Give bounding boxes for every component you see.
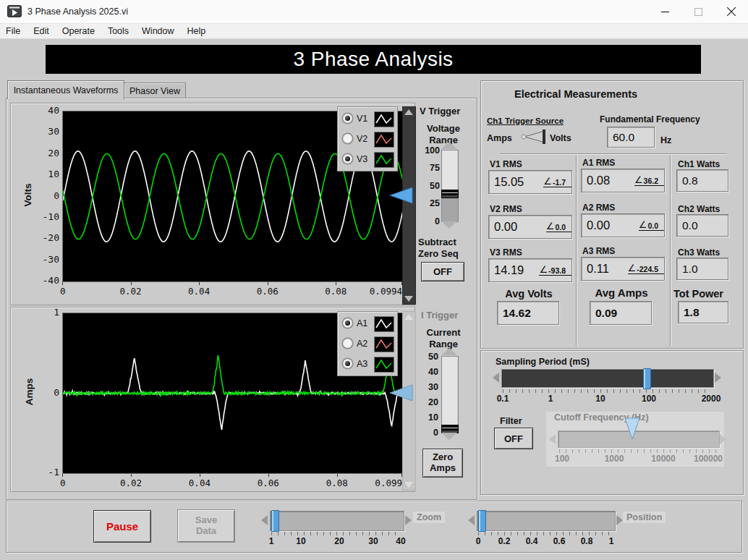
i-trigger-level-arrow[interactable] (388, 383, 414, 403)
legend-row-a2: A2 (338, 334, 397, 353)
position-handle[interactable] (478, 510, 486, 532)
a3-rms-value: 0.11 (582, 262, 609, 276)
legend-radio-v2[interactable] (343, 134, 352, 143)
v1-rms-display: 15.05 ∠-1.7 (488, 170, 572, 194)
ch1-trigger-source-label: Ch1 Trigger Source (487, 116, 564, 125)
menu-help[interactable]: Help (181, 25, 213, 38)
v1-rms-label: V1 RMS (490, 159, 522, 169)
legend-row-a1: A1 (338, 314, 397, 333)
scroll-up-icon[interactable] (404, 314, 413, 320)
v3-line-icon[interactable] (374, 152, 394, 168)
scale-75: 75 (430, 163, 440, 173)
a1-line-icon[interactable] (374, 316, 394, 332)
a2-rms-value: 0.00 (582, 219, 610, 232)
position-tick-1: 1 (609, 536, 614, 546)
volts-legend: V1 V2 V3 (337, 106, 398, 171)
v3-rms-label: V3 RMS (490, 247, 522, 258)
scale-25: 25 (430, 198, 440, 208)
ch1-watts-value: 0.8 (677, 174, 698, 187)
sampling-tick-0.1: 0.1 (497, 394, 509, 404)
a1-rms-label: A1 RMS (582, 158, 615, 168)
zoom-increment-icon[interactable] (405, 515, 412, 525)
zoom-decrement-icon[interactable] (261, 515, 268, 525)
a2-line-icon[interactable] (374, 336, 394, 352)
volts-graph-scrollbar[interactable] (402, 106, 416, 305)
volts-y-ticks: 403020100-10-20-30-40 (27, 111, 59, 281)
scroll-down-icon[interactable] (404, 482, 413, 488)
measurements-title: Electrical Measurements (496, 88, 656, 100)
legend-radio-v1[interactable] (343, 114, 352, 123)
v-trigger-level-arrow[interactable] (388, 185, 414, 205)
x-tick-mark (268, 474, 269, 477)
sampling-period-slider[interactable] (501, 369, 714, 388)
voltage-range-decrement[interactable] (441, 221, 457, 229)
zero-amps-button[interactable]: Zero Amps (422, 449, 463, 478)
v2-line-icon[interactable] (374, 132, 394, 148)
position-increment-icon[interactable] (616, 515, 623, 525)
legend-label-a1: A1 (357, 318, 367, 328)
legend-radio-v3[interactable] (343, 154, 352, 164)
maximize-button[interactable] (681, 0, 715, 23)
legend-radio-a3[interactable] (343, 359, 352, 368)
position-tick-0.2: 0.2 (498, 536, 511, 546)
scroll-down-icon[interactable] (404, 296, 413, 302)
legend-label-v2: V2 (357, 134, 367, 144)
legend-radio-a2[interactable] (343, 339, 352, 348)
cutoff-decrement-icon[interactable] (549, 434, 556, 444)
close-button[interactable] (715, 0, 748, 23)
scroll-up-icon[interactable] (404, 109, 413, 115)
sampling-decrement-icon[interactable] (493, 373, 499, 383)
trigger-source-volts-label: Volts (550, 133, 571, 143)
voltage-range-increment[interactable] (441, 142, 457, 149)
tab-phasor-view[interactable]: Phasor View (124, 82, 186, 99)
v1-line-icon[interactable] (374, 111, 394, 127)
legend-row-a3: A3 (338, 355, 397, 373)
avg-volts-display: 14.62 (497, 301, 559, 325)
position-slider[interactable] (477, 511, 616, 531)
current-range-decrement[interactable] (441, 433, 457, 440)
position-label: Position (623, 512, 666, 523)
menu-file[interactable]: File (0, 25, 27, 38)
x-tick-mark (336, 282, 336, 285)
v1-angle: ∠-1.7 (543, 177, 571, 187)
footer-controls: Pause Save Data 1 10 20 30 40 Zoom 0 0.2… (6, 501, 742, 553)
menu-tools[interactable]: Tools (101, 25, 135, 38)
tab-instantaneous-waveforms[interactable]: Instantaneous Waveforms (7, 80, 124, 99)
amps-x-ticks: 00.020.040.060.080.099 (62, 474, 402, 487)
menu-window[interactable]: Window (135, 25, 180, 38)
filter-button[interactable]: OFF (494, 428, 533, 449)
a2-angle-value: 0.0 (647, 222, 658, 230)
angle-icon: ∠ (628, 263, 637, 273)
sampling-panel: Sampling Period (mS) 0.1 1 10 100 2000 F… (480, 350, 744, 495)
cutoff-increment-icon[interactable] (720, 434, 726, 444)
zoom-slider[interactable] (270, 511, 404, 531)
position-decrement-icon[interactable] (468, 515, 475, 525)
angle-icon: ∠ (634, 175, 643, 184)
current-range-slider[interactable] (441, 356, 459, 433)
sampling-period-handle[interactable] (643, 368, 651, 389)
sampling-increment-icon[interactable] (715, 373, 721, 383)
subtract-zero-seq-label-1: Subtract (418, 237, 456, 247)
minimize-button[interactable] (648, 0, 681, 23)
pause-button[interactable]: Pause (93, 510, 151, 543)
subtract-zero-seq-button[interactable]: OFF (421, 262, 464, 281)
cutoff-pointer[interactable] (624, 417, 640, 441)
avg-amps-label: Avg Amps (587, 287, 656, 299)
legend-row-v1: V1 (338, 109, 397, 128)
a3-angle: ∠-224.5 (628, 263, 664, 274)
menu-operate[interactable]: Operate (56, 25, 101, 38)
avg-amps-display: 0.09 (590, 301, 652, 325)
save-data-button[interactable]: Save Data (177, 509, 235, 543)
a3-line-icon[interactable] (374, 357, 394, 373)
legend-radio-a1[interactable] (343, 318, 352, 328)
x-tick-mark (62, 282, 63, 285)
fundamental-frequency-display: 60.0 (607, 127, 655, 148)
voltage-range-handle[interactable] (441, 190, 459, 198)
zoom-handle[interactable] (271, 510, 279, 532)
x-tick-label: 0 (60, 286, 66, 297)
trigger-source-switch[interactable] (519, 129, 549, 145)
scale-0: 0 (435, 216, 440, 226)
current-range-increment[interactable] (441, 348, 457, 355)
voltage-range-slider[interactable] (441, 150, 459, 222)
menu-edit[interactable]: Edit (27, 25, 56, 38)
